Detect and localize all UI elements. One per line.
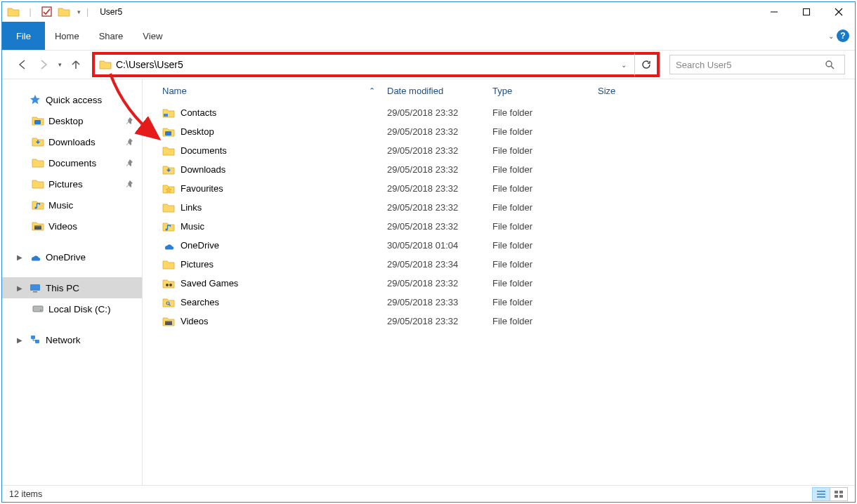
file-row[interactable]: Documents29/05/2018 23:32File folder <box>143 141 855 160</box>
nav-label: Network <box>46 335 81 345</box>
minimize-button[interactable] <box>758 2 790 22</box>
file-list[interactable]: Contacts29/05/2018 23:32File folderDeskt… <box>143 103 855 485</box>
file-type: File folder <box>487 316 592 326</box>
file-date: 29/05/2018 23:32 <box>381 145 487 156</box>
close-button[interactable] <box>823 2 855 22</box>
nav-label: Documents <box>48 158 96 168</box>
nav-label: Desktop <box>48 116 84 126</box>
header-name-label: Name <box>162 86 187 96</box>
help-icon[interactable]: ? <box>837 29 849 42</box>
svg-rect-17 <box>835 491 838 493</box>
file-name: Favourites <box>181 183 223 194</box>
address-input[interactable] <box>112 59 613 70</box>
tab-home[interactable]: Home <box>45 22 89 50</box>
folder-icon <box>162 297 175 308</box>
file-date: 29/05/2018 23:34 <box>381 259 487 270</box>
ribbon: File Home Share View ⌄ ? <box>2 22 855 50</box>
view-large-icons-button[interactable] <box>830 487 848 501</box>
folder-icon <box>162 316 175 327</box>
chevron-right-icon: ▶ <box>15 253 25 261</box>
header-name[interactable]: Name ⌃ <box>157 86 381 96</box>
file-row[interactable]: Videos29/05/2018 23:32File folder <box>143 312 855 331</box>
file-row[interactable]: Favourites29/05/2018 23:32File folder <box>143 179 855 198</box>
file-row[interactable]: Contacts29/05/2018 23:32File folder <box>143 103 855 122</box>
nav-quick-downloads[interactable]: Downloads <box>2 131 142 152</box>
file-row[interactable]: Pictures29/05/2018 23:34File folder <box>143 255 855 274</box>
nav-quick-pictures[interactable]: Pictures <box>2 173 142 194</box>
folder-icon <box>162 259 175 270</box>
file-row[interactable]: Searches29/05/2018 23:33File folder <box>143 293 855 312</box>
window-title: User5 <box>93 7 122 17</box>
nav-quick-desktop[interactable]: Desktop <box>2 110 142 131</box>
file-date: 29/05/2018 23:32 <box>381 221 487 232</box>
file-name: Links <box>181 202 202 213</box>
qat-folder-icon-2[interactable] <box>55 4 72 20</box>
nav-quick-videos[interactable]: Videos <box>2 215 142 237</box>
ribbon-collapse-icon[interactable]: ⌄ <box>828 32 834 40</box>
folder-icon <box>162 221 175 232</box>
header-date[interactable]: Date modified <box>381 86 487 96</box>
back-button[interactable] <box>12 54 33 75</box>
file-type: File folder <box>487 259 592 270</box>
address-bar[interactable]: ⌄ <box>92 52 634 77</box>
folder-icon <box>32 115 44 126</box>
pin-icon <box>124 158 133 168</box>
tab-file[interactable]: File <box>2 22 45 50</box>
qat-dropdown-icon[interactable]: ▾ <box>72 4 85 20</box>
nav-onedrive[interactable]: ▶ OneDrive <box>2 246 142 267</box>
qat-folder-icon[interactable] <box>5 4 22 20</box>
recent-locations-button[interactable]: ▾ <box>54 54 65 75</box>
header-size[interactable]: Size <box>592 86 662 96</box>
nav-this-pc[interactable]: ▶ This PC <box>2 277 142 298</box>
tab-share[interactable]: Share <box>89 22 133 50</box>
file-date: 29/05/2018 23:32 <box>381 316 487 326</box>
file-type: File folder <box>487 164 592 175</box>
nav-row: ▾ ⌄ <box>2 50 855 79</box>
file-name: Desktop <box>181 126 214 137</box>
nav-local-disk[interactable]: Local Disk (C:) <box>2 298 142 319</box>
nav-label: This PC <box>46 283 79 293</box>
column-headers: Name ⌃ Date modified Type Size <box>143 79 855 103</box>
file-type: File folder <box>487 126 592 137</box>
refresh-button[interactable] <box>634 52 660 77</box>
nav-quick-music[interactable]: Music <box>2 194 142 215</box>
folder-icon <box>162 126 175 138</box>
address-history-dropdown-icon[interactable]: ⌄ <box>613 61 634 69</box>
maximize-button[interactable] <box>790 2 823 22</box>
file-row[interactable]: Downloads29/05/2018 23:32File folder <box>143 160 855 179</box>
header-type[interactable]: Type <box>487 86 592 96</box>
file-row[interactable]: Links29/05/2018 23:32File folder <box>143 198 855 217</box>
folder-icon <box>162 164 175 175</box>
folder-icon <box>162 107 175 119</box>
folder-icon <box>32 220 44 232</box>
file-type: File folder <box>487 183 592 194</box>
file-date: 29/05/2018 23:32 <box>381 183 487 194</box>
up-button[interactable] <box>65 54 86 75</box>
file-row[interactable]: Desktop29/05/2018 23:32File folder <box>143 122 855 141</box>
file-row[interactable]: OneDrive30/05/2018 01:04File folder <box>143 236 855 255</box>
content-area: Name ⌃ Date modified Type Size Contacts2… <box>143 79 855 485</box>
qat-properties-icon[interactable] <box>39 4 55 20</box>
file-row[interactable]: Saved Games29/05/2018 23:32File folder <box>143 274 855 293</box>
nav-label: OneDrive <box>46 252 86 263</box>
pin-icon <box>124 179 133 189</box>
nav-label: Quick access <box>46 95 102 105</box>
folder-icon <box>162 183 175 194</box>
search-icon[interactable] <box>825 60 844 69</box>
folder-icon <box>32 157 44 168</box>
search-input[interactable] <box>670 60 825 70</box>
view-details-button[interactable] <box>812 487 830 501</box>
file-name: Contacts <box>181 107 216 118</box>
search-box[interactable] <box>669 55 845 74</box>
file-date: 30/05/2018 01:04 <box>381 240 487 251</box>
nav-label: Downloads <box>48 137 96 147</box>
tab-view[interactable]: View <box>133 22 172 50</box>
nav-quick-documents[interactable]: Documents <box>2 152 142 173</box>
nav-quick-access[interactable]: Quick access <box>2 89 142 110</box>
nav-network[interactable]: ▶ Network <box>2 329 142 350</box>
address-folder-icon <box>99 59 112 70</box>
file-row[interactable]: Music29/05/2018 23:32File folder <box>143 217 855 236</box>
navigation-pane: Quick access DesktopDownloadsDocumentsPi… <box>2 79 143 485</box>
forward-button[interactable] <box>33 54 54 75</box>
file-name: Saved Games <box>181 278 238 289</box>
